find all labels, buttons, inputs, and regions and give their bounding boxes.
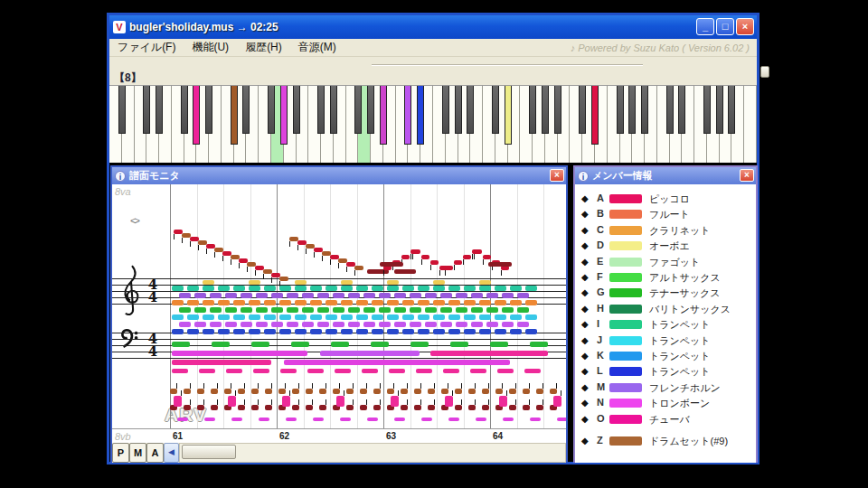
m-button[interactable]: M: [129, 443, 146, 463]
piano-key-black[interactable]: [417, 86, 424, 145]
beat-gridline: [410, 184, 411, 428]
piano-key-black[interactable]: [542, 86, 549, 134]
score-title-bar[interactable]: i 譜面モニタ ×: [112, 167, 566, 184]
note: [320, 351, 420, 356]
note: [482, 405, 489, 410]
note-stem: [176, 383, 177, 389]
piano-key-black[interactable]: [354, 86, 362, 134]
piano-key-black[interactable]: [205, 86, 212, 134]
piano-key-black[interactable]: [703, 86, 711, 134]
ottava-bottom-label: 8vb: [115, 431, 131, 442]
note-stem: [366, 399, 367, 405]
piano-key-black[interactable]: [268, 86, 275, 134]
menu-file[interactable]: ファイル(F): [109, 38, 184, 57]
piano-key-black[interactable]: [118, 86, 126, 134]
note: [187, 286, 199, 291]
note-stem: [502, 383, 503, 389]
note: [287, 322, 298, 327]
piano-key-black[interactable]: [617, 86, 624, 134]
piano-key-black[interactable]: [293, 86, 300, 134]
note: [187, 314, 199, 320]
piano-key-black[interactable]: [716, 86, 723, 134]
p-button[interactable]: P: [112, 443, 129, 463]
piano-key-black[interactable]: [317, 86, 325, 134]
note-stem: [198, 245, 199, 250]
scrollbar-thumb[interactable]: [182, 445, 236, 459]
horizontal-scrollbar[interactable]: [179, 443, 566, 463]
piano-key-black[interactable]: [330, 86, 337, 134]
note: [224, 389, 231, 394]
menu-function[interactable]: 機能(U): [184, 38, 237, 57]
piano-keyboard[interactable]: [109, 85, 757, 163]
piano-key-black[interactable]: [156, 86, 163, 134]
color-swatch: [609, 415, 642, 424]
piano-key-black[interactable]: [231, 86, 238, 145]
menu-sound-source[interactable]: 音源(M): [290, 38, 344, 57]
note: [170, 389, 177, 394]
piano-key-black[interactable]: [728, 86, 735, 134]
note-stem: [542, 383, 543, 389]
note-stem: [174, 234, 175, 239]
piano-key-black[interactable]: [492, 86, 499, 134]
minimize-button[interactable]: _: [696, 18, 714, 35]
piano-key-black[interactable]: [380, 86, 387, 145]
note: [372, 329, 383, 334]
piano-key-black[interactable]: [591, 86, 599, 145]
note-stem: [222, 256, 223, 261]
member-letter: G: [597, 286, 605, 297]
member-row-M: ◆Mフレンチホルン: [575, 380, 756, 395]
note: [326, 286, 337, 291]
note-stem: [501, 270, 502, 276]
maximize-button[interactable]: □: [716, 18, 734, 35]
piano-key-black[interactable]: [666, 86, 674, 134]
piano-key-black[interactable]: [467, 86, 474, 134]
note: [295, 280, 307, 285]
note-stem: [338, 263, 339, 268]
piano-key-black[interactable]: [678, 86, 685, 134]
note: [379, 293, 391, 298]
piano-key-black[interactable]: [628, 86, 636, 134]
piano-key-black[interactable]: [529, 86, 536, 134]
menu-history[interactable]: 履歴(H): [237, 38, 290, 57]
piano-key-black[interactable]: [367, 86, 374, 134]
note: [172, 329, 184, 334]
note: [172, 314, 184, 320]
note: [464, 314, 476, 320]
close-button[interactable]: ×: [736, 18, 754, 35]
member-close-icon[interactable]: ×: [740, 169, 754, 182]
member-name: アルトサックス: [649, 271, 721, 285]
score-close-icon[interactable]: ×: [550, 169, 564, 182]
note: [448, 314, 460, 320]
piano-key-black[interactable]: [455, 86, 462, 134]
note: [256, 293, 268, 298]
note: [174, 396, 182, 407]
piano-key-black[interactable]: [404, 86, 411, 145]
position-slider[interactable]: [372, 64, 643, 66]
piano-key-black[interactable]: [505, 86, 512, 145]
scroll-left-icon[interactable]: ◀: [164, 443, 179, 463]
note: [440, 307, 452, 313]
piano-key-black[interactable]: [579, 86, 586, 134]
note-stem: [434, 399, 435, 405]
piano-key-black[interactable]: [641, 86, 648, 134]
diamond-icon: ◆: [581, 335, 589, 345]
slider-thumb[interactable]: [760, 66, 769, 78]
note: [503, 418, 514, 421]
piano-key-black[interactable]: [280, 86, 288, 145]
color-swatch: [609, 288, 642, 297]
screen: V bugler'sholiday.mus → 02:25 _ □ × ファイル…: [0, 0, 868, 488]
a-button[interactable]: A: [146, 443, 164, 463]
note: [553, 396, 561, 407]
note: [251, 342, 269, 347]
piano-key-black[interactable]: [181, 86, 188, 134]
piano-key-black[interactable]: [143, 86, 150, 134]
piano-key-black[interactable]: [554, 86, 561, 134]
piano-key-black[interactable]: [193, 86, 200, 145]
member-title-bar[interactable]: i メンバー情報 ×: [575, 167, 756, 184]
member-letter: I: [597, 318, 599, 329]
piano-key-white[interactable]: [744, 86, 757, 163]
note: [253, 369, 269, 373]
piano-key-black[interactable]: [242, 86, 250, 134]
piano-key-black[interactable]: [442, 86, 449, 134]
title-bar[interactable]: V bugler'sholiday.mus → 02:25 _ □ ×: [109, 15, 757, 39]
